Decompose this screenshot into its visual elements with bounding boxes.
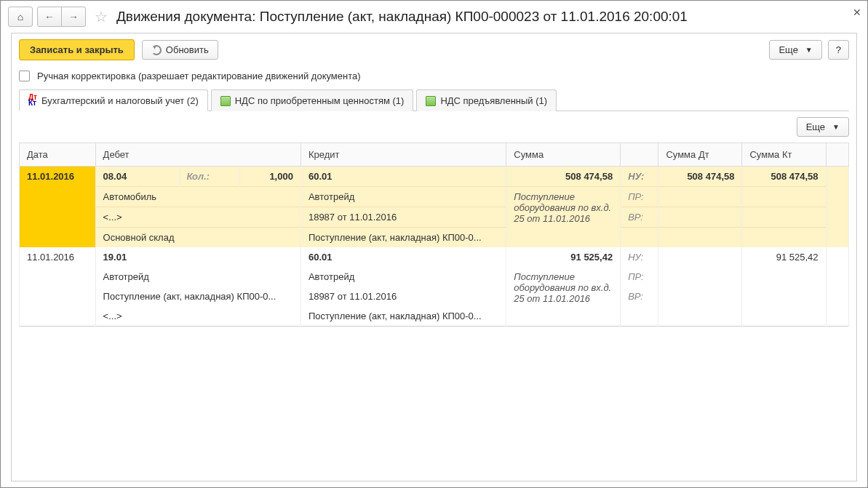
cell-credit-acc: 60.01	[300, 247, 506, 267]
tab-label: НДС по приобретенным ценностям (1)	[235, 95, 405, 106]
cell-tail	[826, 247, 849, 327]
cell-c3: Поступление (акт, накладная) КП00-0...	[300, 306, 506, 327]
page-title: Движения документа: Поступление (акт, на…	[116, 9, 688, 25]
forward-button[interactable]: →	[61, 7, 86, 27]
nav-group: ← →	[37, 7, 86, 27]
cell-sumdt: 508 474,58	[658, 167, 742, 187]
col-debit[interactable]: Дебет	[95, 143, 300, 167]
cell-sumkt: 508 474,58	[742, 167, 826, 187]
cell-tag: ПР:	[621, 267, 658, 287]
tabs: ДтКт Бухгалтерский и налоговый учет (2) …	[19, 89, 849, 111]
refresh-icon	[151, 45, 162, 55]
dtkt-icon: ДтКт	[28, 95, 37, 106]
cell-c1: Автотрейд	[300, 267, 506, 287]
chevron-down-icon: ▼	[832, 123, 840, 131]
cell-c3: Поступление (акт, накладная) КП00-0...	[300, 228, 506, 248]
cell-d3: Основной склад	[95, 228, 300, 248]
cell-d3: <...>	[95, 306, 300, 327]
cell-d1: Автомобиль	[95, 187, 300, 207]
movements-table: Дата Дебет Кредит Сумма Сумма Дт Сумма К…	[19, 143, 849, 327]
tab-label: НДС предъявленный (1)	[440, 95, 547, 106]
refresh-label: Обновить	[166, 44, 209, 55]
app-window: ✕ ⌂ ← → ☆ Движения документа: Поступлени…	[0, 0, 868, 488]
cell-c2: 18987 от 11.01.2016	[300, 287, 506, 306]
favorite-star-icon[interactable]: ☆	[95, 8, 108, 25]
arrow-right-icon: →	[68, 11, 79, 23]
col-credit[interactable]: Кредит	[300, 143, 506, 167]
col-sumdt[interactable]: Сумма Дт	[658, 143, 742, 167]
help-button[interactable]: ?	[828, 40, 849, 60]
header-row: Дата Дебет Кредит Сумма Сумма Дт Сумма К…	[20, 143, 849, 167]
cell-d2: Поступление (акт, накладная) КП00-0...	[95, 287, 300, 306]
manual-correction-label: Ручная корректировка (разрешает редактир…	[37, 71, 361, 81]
cell-tag: НУ:	[621, 247, 658, 267]
col-date[interactable]: Дата	[20, 143, 96, 167]
tab-vat-purchased[interactable]: НДС по приобретенным ценностям (1)	[211, 89, 414, 111]
col-sumkt[interactable]: Сумма Кт	[742, 143, 826, 167]
right-buttons: Еще ▼ ?	[769, 40, 849, 60]
cell-d1: Автотрейд	[95, 267, 300, 287]
titlebar: ⌂ ← → ☆ Движения документа: Поступление …	[2, 2, 866, 33]
cell-date: 11.01.2016	[20, 247, 96, 327]
refresh-button[interactable]: Обновить	[142, 40, 218, 60]
cell-debit-acc: 19.01	[95, 247, 300, 267]
content-panel: Записать и закрыть Обновить Еще ▼ ? Ручн…	[11, 33, 857, 481]
back-button[interactable]: ←	[37, 7, 62, 27]
home-button[interactable]: ⌂	[8, 7, 33, 27]
chevron-down-icon: ▼	[805, 46, 813, 54]
manual-correction-checkbox[interactable]	[19, 71, 30, 81]
table-container: Дата Дебет Кредит Сумма Сумма Дт Сумма К…	[19, 143, 849, 455]
table-more-button[interactable]: Еще ▼	[797, 117, 849, 137]
cell-credit-acc: 60.01	[300, 167, 506, 187]
cell-note: Поступление оборудования по вх.д. 25 от …	[506, 187, 621, 248]
more-label: Еще	[779, 44, 797, 55]
cell-d2: <...>	[95, 207, 300, 228]
sheet-icon	[220, 96, 231, 106]
sub-command-bar: Еще ▼	[19, 117, 849, 137]
tab-label: Бухгалтерский и налоговый учет (2)	[41, 95, 199, 106]
cell-sum: 508 474,58	[506, 167, 621, 187]
cell-date: 11.01.2016	[20, 167, 96, 248]
cell-tail	[826, 167, 849, 248]
cell-c1: Автотрейд	[300, 187, 506, 207]
cell-note: Поступление оборудования по вх.д. 25 от …	[506, 267, 621, 327]
manual-correction-row: Ручная корректировка (разрешает редактир…	[19, 71, 849, 81]
save-close-button[interactable]: Записать и закрыть	[19, 39, 135, 60]
cell-tag: ПР:	[621, 187, 658, 207]
more-label: Еще	[806, 121, 825, 132]
cell-debit-acc: 08.04	[95, 167, 179, 187]
command-bar: Записать и закрыть Обновить Еще ▼ ?	[19, 39, 849, 60]
cell-sumkt: 91 525,42	[742, 247, 826, 267]
cell-c2: 18987 от 11.01.2016	[300, 207, 506, 228]
col-sum[interactable]: Сумма	[506, 143, 621, 167]
cell-sum: 91 525,42	[506, 247, 621, 267]
close-icon[interactable]: ✕	[853, 7, 861, 18]
more-button[interactable]: Еще ▼	[769, 40, 821, 60]
cell-tag: ВР:	[621, 207, 658, 228]
tab-vat-presented[interactable]: НДС предъявленный (1)	[416, 89, 557, 111]
cell-tag: ВР:	[621, 287, 658, 306]
col-blank[interactable]	[621, 143, 658, 167]
arrow-left-icon: ←	[44, 11, 55, 23]
table-row[interactable]: 11.01.2016 08.04 Кол.: 1,000 60.01 508 4…	[20, 167, 849, 248]
col-tail[interactable]	[826, 143, 849, 167]
home-icon: ⌂	[17, 11, 23, 23]
cell-kol-val: 1,000	[240, 167, 301, 187]
tab-accounting[interactable]: ДтКт Бухгалтерский и налоговый учет (2)	[19, 89, 208, 111]
sheet-icon	[426, 96, 436, 106]
cell-kol-label: Кол.:	[179, 167, 240, 187]
table-row[interactable]: 11.01.2016 19.01 60.01 91 525,42 НУ: 91 …	[20, 247, 849, 327]
cell-sumdt	[658, 247, 742, 267]
cell-tag: НУ:	[621, 167, 658, 187]
